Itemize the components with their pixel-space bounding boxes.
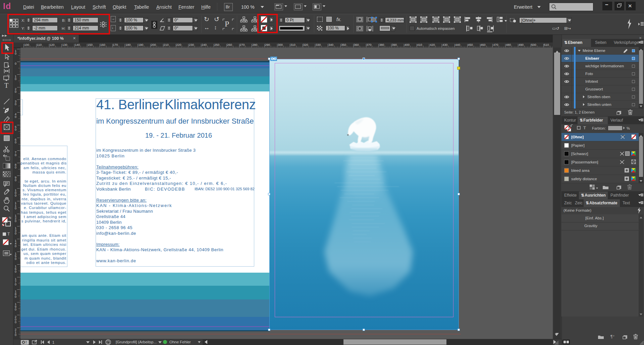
svg-text:+: + — [3, 106, 5, 110]
svg-text:T: T — [4, 82, 8, 89]
svg-text:!: ! — [25, 340, 27, 344]
